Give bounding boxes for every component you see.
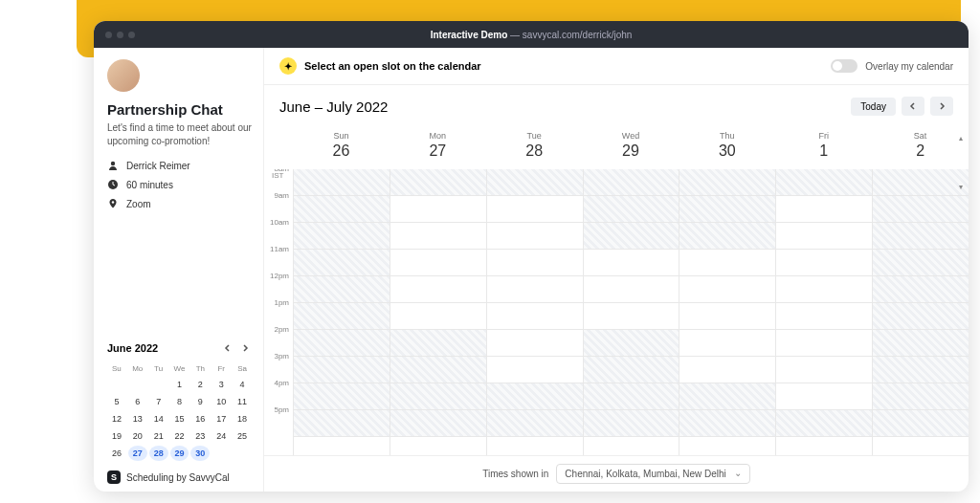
time-slot[interactable] (390, 223, 486, 250)
mini-day[interactable]: 22 (170, 428, 189, 444)
url-prefix: Interactive Demo (431, 30, 508, 40)
time-slot[interactable] (776, 357, 872, 383)
time-slot (487, 410, 583, 437)
topbar: ✦ Select an open slot on the calendar Ov… (264, 48, 969, 85)
time-slot[interactable] (679, 250, 775, 276)
brand-footer[interactable]: S Scheduling by SavvyCal (107, 470, 252, 484)
tz-select[interactable]: Chennai, Kolkata, Mumbai, New Delhi (556, 464, 749, 484)
time-slot (679, 383, 775, 410)
time-slot (487, 383, 583, 410)
brand-text: Scheduling by SavvyCal (126, 472, 230, 483)
time-slot (873, 357, 969, 383)
day-header: Tue28 (486, 127, 583, 169)
time-slot (584, 357, 679, 383)
mini-day[interactable]: 15 (170, 411, 189, 426)
time-slot[interactable] (776, 223, 872, 250)
time-slot[interactable] (487, 196, 583, 223)
time-slot[interactable] (487, 250, 583, 276)
time-slot (294, 357, 390, 383)
app-window: Interactive Demo — savvycal.com/derrick/… (94, 21, 969, 492)
time-slot[interactable] (679, 276, 775, 303)
mini-day[interactable]: 3 (212, 377, 231, 392)
time-slot (584, 330, 679, 357)
mini-next-button[interactable] (238, 341, 252, 355)
next-week-button[interactable] (930, 97, 953, 116)
mini-day[interactable]: 4 (233, 377, 252, 392)
time-slot[interactable] (390, 196, 486, 223)
mini-day[interactable]: 2 (190, 377, 210, 392)
mini-day[interactable]: 25 (233, 428, 252, 444)
mini-day[interactable]: 19 (107, 428, 126, 444)
time-slot (294, 410, 390, 437)
mini-day[interactable]: 18 (233, 411, 252, 426)
time-slot (294, 276, 390, 303)
time-slot[interactable] (487, 303, 583, 330)
mini-day[interactable]: 14 (149, 411, 168, 426)
time-slot (584, 410, 679, 437)
time-slot[interactable] (679, 330, 775, 357)
location-text: Zoom (126, 199, 151, 209)
time-slot[interactable] (487, 357, 583, 383)
time-slot[interactable] (487, 276, 583, 303)
time-slot[interactable] (487, 330, 583, 357)
mini-day[interactable]: 29 (170, 446, 189, 461)
prev-week-button[interactable] (902, 97, 924, 116)
time-slot[interactable] (776, 250, 872, 276)
time-slot[interactable] (679, 357, 775, 383)
time-slot (294, 330, 390, 357)
mini-day[interactable]: 7 (149, 394, 168, 409)
mini-day[interactable]: 11 (233, 394, 252, 409)
time-slot (679, 169, 775, 196)
mini-day[interactable]: 23 (190, 428, 210, 444)
mini-day[interactable]: 26 (107, 446, 126, 461)
overlay-label: Overlay my calendar (865, 61, 953, 72)
time-slot[interactable] (679, 303, 775, 330)
day-column (486, 169, 583, 455)
window-dot (117, 32, 123, 38)
mini-day[interactable]: 5 (107, 394, 126, 409)
mini-day (128, 377, 147, 392)
brand-icon: S (107, 470, 121, 484)
mini-cal-title: June 2022 (107, 342, 158, 354)
time-slot[interactable] (776, 196, 872, 223)
today-button[interactable]: Today (851, 98, 896, 116)
mini-day[interactable]: 30 (190, 446, 210, 461)
mini-day[interactable]: 6 (128, 394, 147, 409)
day-header: Thu30 (679, 127, 775, 169)
mini-day[interactable]: 21 (149, 428, 168, 444)
time-slot[interactable] (390, 250, 486, 276)
time-slot[interactable] (584, 250, 679, 276)
time-slot[interactable] (584, 276, 679, 303)
mini-day[interactable]: 12 (107, 411, 126, 426)
mini-day[interactable]: 20 (128, 428, 147, 444)
mini-day[interactable]: 9 (190, 394, 210, 409)
mini-day[interactable]: 16 (190, 411, 210, 426)
location-row: Zoom (107, 198, 252, 209)
day-header: Mon27 (390, 127, 486, 169)
mini-prev-button[interactable] (221, 341, 234, 355)
day-header: Sat2 (872, 127, 969, 169)
mini-day[interactable]: 24 (212, 428, 231, 444)
mini-day[interactable]: 13 (128, 411, 147, 426)
time-slot[interactable] (390, 276, 486, 303)
mini-day[interactable]: 8 (170, 394, 189, 409)
mini-day[interactable]: 10 (212, 394, 231, 409)
time-slot[interactable] (390, 303, 486, 330)
time-slot[interactable] (487, 223, 583, 250)
organizer-name: Derrick Reimer (126, 161, 190, 171)
time-slot (294, 196, 390, 223)
overlay-toggle[interactable] (831, 59, 858, 73)
mini-day[interactable]: 17 (212, 411, 231, 426)
time-slot[interactable] (776, 303, 872, 330)
time-slot[interactable] (584, 303, 679, 330)
time-slot[interactable] (776, 276, 872, 303)
time-slot (487, 169, 583, 196)
mini-day[interactable]: 28 (149, 446, 168, 461)
duration-row: 60 minutes (107, 179, 252, 190)
mini-day (107, 377, 126, 392)
mini-day[interactable]: 1 (170, 377, 189, 392)
time-slot[interactable] (776, 330, 872, 357)
time-slot[interactable] (776, 383, 872, 410)
mini-day[interactable]: 27 (128, 446, 147, 461)
scroll-indicator[interactable]: ▴▾ (959, 134, 967, 191)
